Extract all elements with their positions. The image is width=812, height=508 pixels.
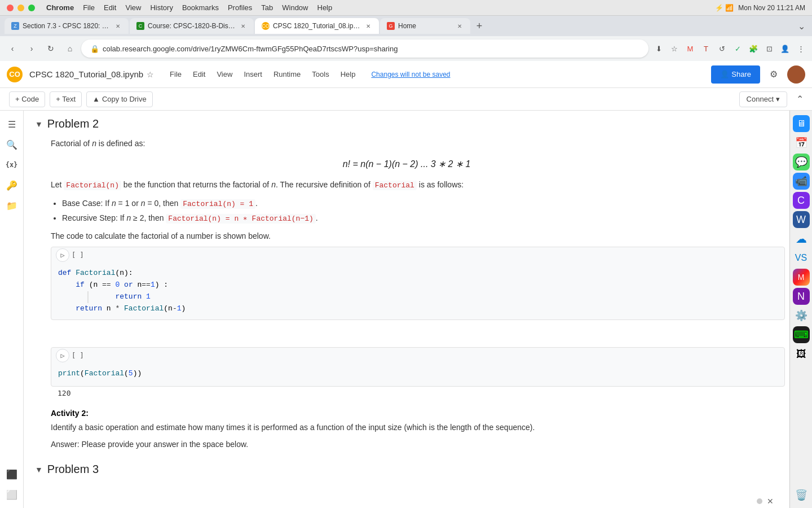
close-button[interactable]: [7, 5, 14, 11]
colab-menu-file[interactable]: File: [165, 68, 186, 81]
tab-course[interactable]: C Course: CPSC-1820-B-Discre... ✕: [130, 18, 254, 34]
status-close[interactable]: ✕: [767, 497, 774, 506]
user-avatar[interactable]: [787, 65, 805, 84]
dock-messages-icon[interactable]: 💬: [793, 154, 810, 170]
settings-button[interactable]: ⚙: [765, 65, 783, 84]
profile-icon[interactable]: 👤: [778, 42, 792, 55]
address-input[interactable]: 🔒 colab.research.google.com/drive/1ryZMW…: [81, 40, 648, 58]
menu-file[interactable]: File: [83, 3, 95, 12]
run-cell-2-button[interactable]: ▷: [56, 349, 69, 362]
copy-to-drive-button[interactable]: ▲ Copy to Drive: [86, 91, 153, 107]
tab-home[interactable]: G Home ✕: [380, 18, 470, 34]
dock-canva-icon[interactable]: C: [793, 192, 810, 209]
colab-menus: File Edit View Insert Runtime Tools Help: [165, 68, 360, 81]
dock-finder-icon[interactable]: 🖥: [793, 115, 810, 132]
menu-help[interactable]: Help: [317, 3, 333, 12]
add-code-button[interactable]: + Code: [9, 91, 45, 107]
extension-icon-4[interactable]: 🧩: [747, 42, 760, 55]
gmail-icon[interactable]: M: [683, 42, 697, 55]
tab-close-2[interactable]: ✕: [239, 22, 247, 30]
sidebar-icon-files[interactable]: 📁: [3, 196, 21, 214]
bookmark-icon[interactable]: ☆: [668, 42, 681, 55]
browser-chrome: Z Section 7.3 - CPSC 1820: Dis... ✕ C Co…: [0, 16, 812, 61]
sidebar-icon-secrets[interactable]: 🔑: [3, 176, 21, 194]
maximize-button[interactable]: [28, 5, 35, 11]
code-cell-2: ▷ [ ] print(Factorial(5)) 120: [24, 347, 789, 402]
dock-terminal-icon[interactable]: ⌨: [793, 326, 810, 343]
tab-close-1[interactable]: ✕: [114, 22, 122, 30]
back-button[interactable]: ‹: [5, 41, 20, 56]
dock-onedrive-icon[interactable]: ☁: [793, 230, 810, 247]
add-text-label: + Text: [56, 95, 76, 103]
sidebar-icon-variables[interactable]: {x}: [3, 156, 21, 174]
dock-trash-icon[interactable]: 🗑️: [793, 487, 810, 503]
menu-edit[interactable]: Edit: [104, 3, 116, 12]
home-button[interactable]: ⌂: [62, 41, 78, 56]
connect-button[interactable]: Connect ▾: [739, 91, 787, 107]
sidebar-icon-search[interactable]: 🔍: [3, 135, 21, 154]
sidebar-icon-menu[interactable]: ☰: [3, 115, 21, 133]
dock-calendar-icon[interactable]: 📅: [793, 134, 810, 151]
star-icon[interactable]: ☆: [147, 70, 154, 79]
code-cell-2-header: ▷ [ ]: [51, 348, 784, 364]
sidebar: ☰ 🔍 {x} 🔑 📁 ⬛ ⬜: [0, 111, 24, 508]
run-cell-1-button[interactable]: ▷: [56, 248, 69, 262]
problem3-header[interactable]: ▼ Problem 3: [24, 452, 789, 480]
extension-icon-1[interactable]: T: [699, 42, 713, 55]
reload-button[interactable]: ↻: [43, 41, 59, 56]
system-icons: ⚡ 📶: [715, 4, 734, 12]
sidebar-icon-command[interactable]: ⬜: [3, 485, 21, 503]
tab-bar-right: ⌄: [796, 19, 807, 34]
extension-icon-2[interactable]: ↺: [715, 42, 729, 55]
problem3-toggle[interactable]: ▼: [35, 465, 43, 474]
download-icon[interactable]: ⬇: [652, 42, 665, 55]
dock-zoom-icon[interactable]: 📹: [793, 173, 810, 190]
intro-text: Factorial of n is defined as:: [24, 135, 789, 152]
tab-list-button[interactable]: ⌄: [796, 19, 807, 34]
dock-settings-icon[interactable]: ⚙️: [793, 307, 810, 324]
split-view-icon[interactable]: ⊡: [762, 42, 776, 55]
menu-history[interactable]: History: [150, 3, 173, 12]
menu-view[interactable]: View: [125, 3, 141, 12]
new-tab-button[interactable]: +: [471, 18, 487, 34]
colab-menu-runtime[interactable]: Runtime: [269, 68, 305, 81]
tab-tutorial[interactable]: CO CPSC 1820_Tutorial_08.ipynb ✕: [255, 18, 379, 34]
dock-preview-icon[interactable]: 🖼: [793, 345, 810, 362]
address-bar-row: ‹ › ↻ ⌂ 🔒 colab.research.google.com/driv…: [0, 36, 812, 61]
problem2-toggle[interactable]: ▼: [35, 120, 43, 129]
minimize-button[interactable]: [17, 5, 24, 11]
add-text-button[interactable]: + Text: [50, 91, 82, 107]
activity2-header: Activity 2:: [24, 404, 789, 420]
colab-menu-help[interactable]: Help: [336, 68, 360, 81]
tab-label-3: CPSC 1820_Tutorial_08.ipynb: [273, 22, 361, 30]
math-formula: n! = n(n − 1)(n − 2) ... 3 ∗ 2 ∗ 1: [24, 152, 789, 176]
share-button[interactable]: 👤 Share: [711, 65, 760, 84]
code-cell-2-body[interactable]: print(Factorial(5)): [51, 364, 784, 386]
problem2-header[interactable]: ▼ Problem 2: [24, 111, 789, 135]
colab-menu-insert[interactable]: Insert: [239, 68, 267, 81]
sidebar-icon-terminal[interactable]: ⬛: [3, 465, 21, 483]
traffic-lights: [7, 5, 35, 11]
dock-onenote-icon[interactable]: N: [793, 288, 810, 305]
colab-menu-tools[interactable]: Tools: [307, 68, 333, 81]
menu-tab[interactable]: Tab: [261, 3, 273, 12]
tab-section73[interactable]: Z Section 7.3 - CPSC 1820: Dis... ✕: [5, 18, 129, 34]
colab-title: CPSC 1820_Tutorial_08.ipynb ☆: [29, 69, 154, 79]
collapse-button[interactable]: ⌃: [792, 91, 807, 107]
colab-menu-view[interactable]: View: [212, 68, 237, 81]
tab-close-3[interactable]: ✕: [364, 22, 372, 30]
menu-window[interactable]: Window: [282, 3, 308, 12]
forward-button[interactable]: ›: [24, 41, 39, 56]
extension-icon-3[interactable]: ✓: [731, 42, 744, 55]
menu-bookmarks[interactable]: Bookmarks: [182, 3, 219, 12]
bullet-base-case: Base Case: If n = 1 or n = 0, then Facto…: [62, 196, 762, 211]
colab-menu-edit[interactable]: Edit: [188, 68, 210, 81]
code-cell-1-body[interactable]: def Factorial(n): if (n == 0 or n==1) : …: [51, 263, 784, 319]
tab-close-4[interactable]: ✕: [456, 22, 464, 30]
dock-messenger-icon[interactable]: M: [793, 269, 810, 286]
menu-profiles[interactable]: Profiles: [228, 3, 252, 12]
chrome-menu-icon[interactable]: ⋮: [794, 42, 807, 55]
dock-vscode-icon[interactable]: VS: [793, 249, 810, 266]
add-code-label: + Code: [15, 95, 39, 103]
dock-word-icon[interactable]: W: [793, 211, 810, 228]
